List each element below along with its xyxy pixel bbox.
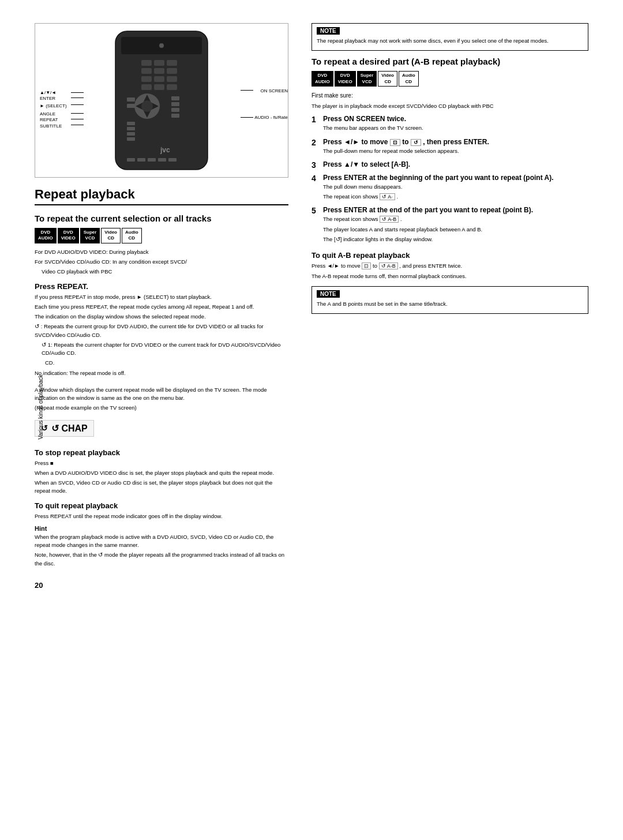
- quit-ab-title: To quit A-B repeat playback: [312, 251, 588, 260]
- step-5-content: Press ENTER at the end of the part you w…: [323, 206, 588, 245]
- side-label: Various kinds of playback: [37, 374, 44, 440]
- svg-rect-28: [127, 127, 135, 130]
- step-5-detail-3: The [↺] indicator lights in the display …: [323, 235, 588, 243]
- label-audio-fs: AUDIO - fs/Rate: [254, 115, 288, 120]
- quit-repeat-text: Press REPEAT until the repeat mode indic…: [35, 512, 288, 520]
- steps-container: 1 Press ON SCREEN twice. The menu bar ap…: [312, 115, 588, 245]
- svg-rect-29: [127, 132, 135, 136]
- step-3: 3 Press ▲/▼ to select [A-B].: [312, 160, 588, 170]
- press-repeat-detail-5b: CD.: [45, 359, 288, 367]
- label-angle: ANGLE: [40, 111, 55, 117]
- svg-rect-3: [141, 60, 152, 66]
- svg-rect-26: [171, 114, 179, 118]
- badge-dvd-audio: DVDAUDIO: [35, 228, 57, 243]
- svg-rect-11: [167, 76, 177, 82]
- step-2-num: 2: [312, 138, 320, 157]
- step-2-content: Press ◄/► to move ⊡ to ↺ , then press EN…: [323, 138, 588, 157]
- step-3-num: 3: [312, 160, 320, 170]
- format-badges-right: DVDAUDIO DVDVIDEO SuperVCD VideoCD Audio…: [312, 71, 588, 87]
- quit-repeat-title: To quit repeat playback: [35, 501, 288, 510]
- note-box-top: NOTE The repeat playback may not work wi…: [312, 23, 588, 51]
- svg-rect-30: [127, 137, 135, 141]
- svg-rect-5: [167, 60, 177, 66]
- stop-repeat-title: To stop repeat playback: [35, 448, 288, 457]
- svg-rect-13: [154, 84, 164, 90]
- press-repeat-detail-6: No indication: The repeat mode is off.: [35, 369, 288, 377]
- svg-rect-21: [127, 97, 135, 102]
- step-2: 2 Press ◄/► to move ⊡ to ↺ , then press …: [312, 138, 588, 157]
- subsection-title: To repeat the current selection or all t…: [35, 213, 288, 223]
- step-4-title: Press ENTER at the beginning of the part…: [323, 174, 588, 182]
- press-repeat-detail-3: The indication on the display window sho…: [35, 313, 288, 321]
- note-text-top: The repeat playback may not work with so…: [317, 37, 583, 45]
- badge-audio-cd: AudioCD: [122, 228, 142, 243]
- svg-rect-7: [154, 68, 164, 74]
- svg-rect-33: [137, 158, 145, 162]
- window-text-1: A window which displays the current repe…: [35, 386, 288, 403]
- svg-rect-10: [154, 76, 164, 82]
- step-5-num: 5: [312, 206, 320, 245]
- label-repeat: REPEAT: [40, 117, 58, 122]
- svg-rect-8: [167, 68, 177, 74]
- svg-rect-24: [171, 102, 179, 106]
- chap-label: ↺ CHAP: [51, 423, 88, 434]
- svg-text:jvc: jvc: [160, 146, 170, 154]
- remote-control-image: jvc: [75, 28, 248, 172]
- step-1-num: 1: [312, 115, 320, 134]
- stop-repeat-text-1: When a DVD AUDIO/DVD VIDEO disc is set, …: [35, 469, 288, 477]
- svg-rect-22: [127, 104, 135, 108]
- badge-dvd-video: DVDVIDEO: [58, 228, 79, 243]
- svg-rect-34: [148, 158, 156, 162]
- step-2-title: Press ◄/► to move ⊡ to ↺ , then press EN…: [323, 138, 588, 146]
- svg-rect-27: [127, 122, 135, 125]
- svg-rect-25: [171, 108, 179, 112]
- svg-rect-32: [127, 158, 135, 162]
- badge-super-vcd: SuperVCD: [80, 228, 100, 243]
- press-repeat-detail-2: Each time you press REPEAT, the repeat m…: [35, 303, 288, 311]
- section-title-repeat-playback: Repeat playback: [35, 187, 288, 205]
- page: Various kinds of playback: [0, 0, 623, 840]
- svg-rect-4: [154, 60, 164, 66]
- window-text-2: (Repeat mode example on the TV screen): [35, 404, 288, 412]
- page-number: 20: [35, 581, 588, 590]
- press-repeat-title: Press REPEAT.: [35, 282, 288, 291]
- badge-r-video-cd: VideoCD: [378, 71, 397, 87]
- hint-title: Hint: [35, 525, 288, 532]
- press-repeat-detail-1: If you press REPEAT in stop mode, press …: [35, 293, 288, 301]
- step-5: 5 Press ENTER at the end of the part you…: [312, 206, 588, 245]
- note-box-bottom: NOTE The A and B points must be set in t…: [312, 286, 588, 314]
- svg-rect-9: [141, 76, 152, 82]
- badge-r-audio-cd: AudioCD: [399, 71, 419, 87]
- press-repeat-detail-5: ↺ 1: Repeats the current chapter for DVD…: [35, 341, 288, 358]
- quit-ab-text-1: Press ◄/► to move ⊡ to ↺ A-B , and press…: [312, 262, 588, 271]
- svg-point-20: [141, 100, 153, 112]
- step-4-detail-1: The pull down menu disappears.: [323, 183, 588, 191]
- condition-text-2: For SVCD/Video CD/Audio CD: In any condi…: [35, 258, 288, 266]
- step-4-num: 4: [312, 174, 320, 203]
- note-text-bottom: The A and B points must be set in the sa…: [317, 300, 583, 308]
- step-4-detail-2: The repeat icon shows ↺ A· .: [323, 193, 588, 201]
- svg-rect-14: [167, 84, 177, 90]
- step-1-detail: The menu bar appears on the TV screen.: [323, 124, 588, 132]
- note-header-bottom: NOTE: [317, 290, 340, 298]
- press-repeat-detail-4: ↺ : Repeats the current group for DVD AU…: [35, 322, 288, 339]
- step-5-title: Press ENTER at the end of the part you w…: [323, 206, 588, 214]
- badge-r-super-vcd: SuperVCD: [357, 71, 377, 87]
- hint-text-2: Note, however, that in the ↺ mode the pl…: [35, 551, 288, 568]
- condition-text-3: Video CD playback with PBC: [35, 268, 288, 276]
- label-enter: ENTER: [40, 96, 55, 101]
- step-4-content: Press ENTER at the beginning of the part…: [323, 174, 588, 203]
- badge-video-cd: VideoCD: [101, 228, 121, 243]
- step-5-detail-2: The player locates A and starts repeat p…: [323, 226, 588, 234]
- step-2-detail: The pull-down menu for repeat mode selec…: [323, 147, 588, 155]
- stop-repeat-press: Press ■: [35, 459, 288, 467]
- step-5-detail-1: The repeat icon shows ↺ A-B .: [323, 215, 588, 224]
- right-column: NOTE The repeat playback may not work wi…: [312, 23, 588, 569]
- badge-r-dvd-audio: DVDAUDIO: [312, 71, 333, 87]
- ab-section-title: To repeat a desired part (A-B repeat pla…: [312, 57, 588, 66]
- step-3-title: Press ▲/▼ to select [A-B].: [323, 160, 588, 168]
- stop-repeat-text-2: When an SVCD, Video CD or Audio CD disc …: [35, 479, 288, 496]
- svg-rect-12: [141, 84, 152, 90]
- svg-rect-6: [141, 68, 152, 74]
- label-subtitle: SUBTITLE: [40, 123, 62, 129]
